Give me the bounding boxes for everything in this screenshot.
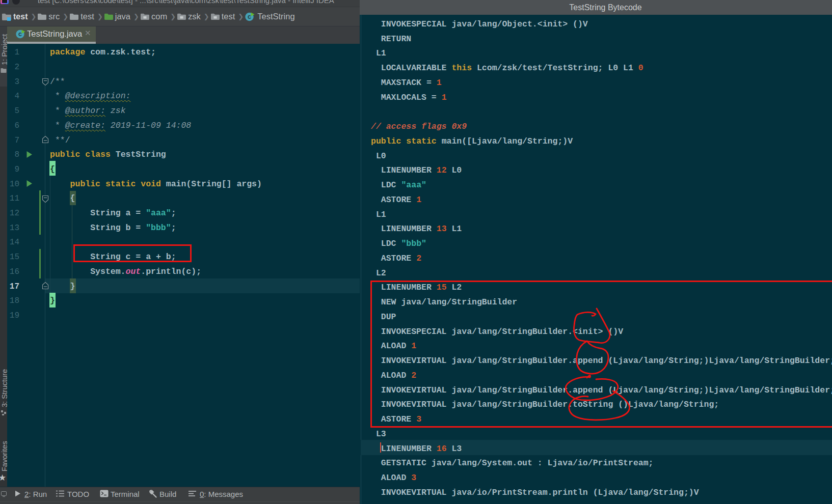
svg-text:C: C — [248, 14, 251, 20]
svg-text:C: C — [18, 31, 22, 38]
